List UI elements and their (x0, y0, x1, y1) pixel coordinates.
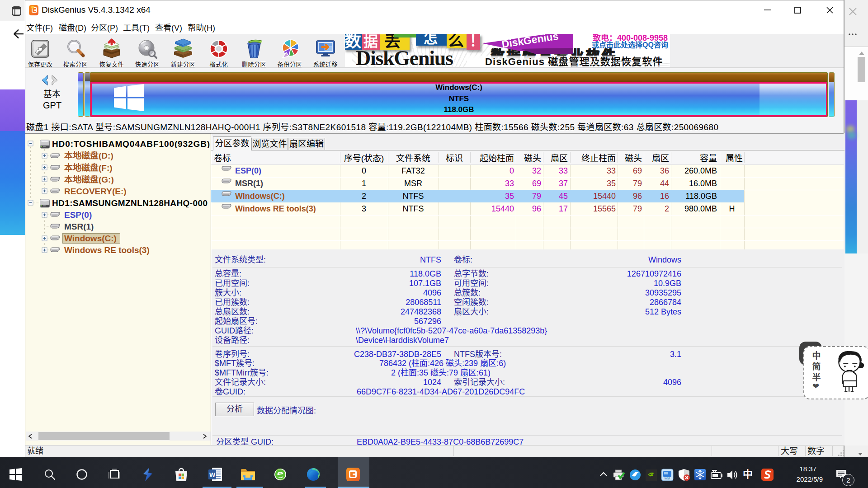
svg-text:intel: intel (665, 477, 670, 480)
svg-text:W: W (209, 471, 216, 479)
